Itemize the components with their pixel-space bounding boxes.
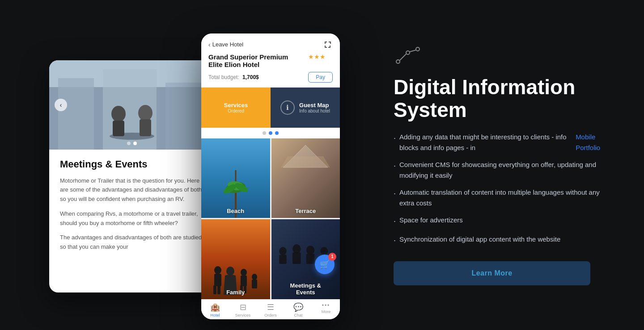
mobile-portfolio-link[interactable]: Mobile Portfolio <box>576 132 608 153</box>
svg-point-8 <box>138 105 153 121</box>
phone-services-row: Services Ordered ℹ Guest Map Info about … <box>201 88 340 128</box>
phone-nav-chat[interactable]: 💬 Chat <box>284 302 312 317</box>
bullet-item-2: Convenient CMS for showcasing everything… <box>394 159 608 181</box>
back-card-dots <box>127 142 137 145</box>
svg-point-37 <box>406 51 410 54</box>
phone-guestmap-sub: Info about hotel <box>299 109 330 113</box>
phone-carousel-dot-2[interactable] <box>269 131 272 135</box>
more-nav-icon: ••• <box>322 302 330 309</box>
phone-tile-terrace[interactable]: Terrace <box>271 138 340 218</box>
svg-rect-23 <box>241 276 247 286</box>
back-card-image: ‹ <box>49 60 215 150</box>
phone-services-tile[interactable]: Services Ordered <box>201 88 271 128</box>
svg-point-30 <box>292 244 301 253</box>
bullet-list: Adding any data that might be interestin… <box>394 132 608 247</box>
svg-rect-20 <box>217 285 220 294</box>
bullet-item-1: Adding any data that might be interestin… <box>394 132 608 153</box>
phone-nav-more[interactable]: ••• More <box>312 302 340 317</box>
phone-nav-orders-label: Orders <box>264 313 277 317</box>
main-title: Digital Information System <box>394 76 608 121</box>
back-card: ‹ Meetings & Events Motorhome or Trailer… <box>49 60 215 292</box>
phone-grid: Beach Terrace <box>201 138 340 299</box>
phone-top-bar: ‹ Leave Hotel ★★★ Grand Superior Premium… <box>201 33 340 88</box>
phone-guestmap-title: Guest Map <box>299 102 330 109</box>
phone-carousel-dot-3[interactable] <box>275 131 279 135</box>
back-chevron-icon: ‹ <box>208 41 211 48</box>
phone-stars: ★★★ <box>308 53 326 60</box>
svg-rect-19 <box>213 285 216 294</box>
phone-tile-beach[interactable]: Beach <box>201 138 270 218</box>
svg-point-17 <box>214 266 221 274</box>
phone-tile-meetings-label: Meetings & Events <box>287 279 325 299</box>
back-card-text-1: Motorhome or Trailer that is the questio… <box>60 176 204 204</box>
svg-point-34 <box>320 247 327 255</box>
right-section: Digital Information System Adding any da… <box>376 45 608 285</box>
page-container: ‹ Meetings & Events Motorhome or Trailer… <box>0 0 644 330</box>
svg-rect-31 <box>292 252 301 264</box>
expand-icon[interactable] <box>323 40 333 50</box>
svg-rect-33 <box>306 254 314 264</box>
svg-rect-9 <box>140 119 151 136</box>
phone-services-sub: Ordered <box>228 109 244 113</box>
phone-nav-more-label: More <box>322 309 331 314</box>
phones-section: ‹ Meetings & Events Motorhome or Trailer… <box>36 20 349 310</box>
bullet-item-3: Automatic translation of content into mu… <box>394 187 608 209</box>
phone-nav-hotel[interactable]: 🏨 Hotel <box>201 302 229 317</box>
hotel-nav-icon: 🏨 <box>210 302 220 312</box>
phone-carousel-dots <box>201 128 340 138</box>
svg-point-32 <box>306 246 314 255</box>
phone-nav-orders[interactable]: ☰ Orders <box>257 302 284 317</box>
info-icon: ℹ <box>280 100 295 115</box>
phone-guestmap-tile[interactable]: ℹ Guest Map Info about hotel <box>271 88 340 128</box>
graph-icon-container <box>394 45 608 69</box>
phone-nav-chat-label: Chat <box>294 313 302 317</box>
phone-bottom-nav: 🏨 Hotel ⊟ Services ☰ Orders 💬 Chat ••• <box>201 299 340 319</box>
phone-tile-terrace-label: Terrace <box>292 204 319 218</box>
back-card-nav-left[interactable]: ‹ <box>55 99 67 111</box>
orders-nav-icon: ☰ <box>267 302 274 312</box>
svg-point-21 <box>226 267 234 276</box>
svg-point-6 <box>111 106 126 122</box>
svg-rect-27 <box>252 280 257 288</box>
phone-back-button[interactable]: ‹ Leave Hotel <box>208 41 243 48</box>
phone-tile-family-label: Family <box>223 285 248 299</box>
svg-rect-18 <box>214 274 221 286</box>
phone-budget-row: Total budget: 1,700$ Pay <box>208 72 333 83</box>
phone-nav-services-label: Services <box>235 313 251 317</box>
svg-rect-7 <box>113 121 124 136</box>
svg-marker-16 <box>281 156 330 167</box>
phone-back-label: Leave Hotel <box>212 41 243 48</box>
phone-carousel-dot-1[interactable] <box>263 131 266 135</box>
services-nav-icon: ⊟ <box>240 302 246 312</box>
phone-nav-services[interactable]: ⊟ Services <box>229 302 257 317</box>
back-card-text-2: When comparing Rvs, a motorhome or a tra… <box>60 209 204 228</box>
svg-rect-2 <box>58 78 94 150</box>
front-card: ‹ Leave Hotel ★★★ Grand Superior Premium… <box>201 33 340 319</box>
back-card-text-3: The advantages and disadvantages of both… <box>60 233 204 252</box>
phone-tile-beach-label: Beach <box>223 204 248 218</box>
phone-pay-button[interactable]: Pay <box>308 72 333 83</box>
phone-budget-label: Total budget: 1,700$ <box>208 74 259 80</box>
phone-guestmap-text: Guest Map Info about hotel <box>299 102 330 113</box>
back-card-content: Meetings & Events Motorhome or Trailer t… <box>49 150 215 267</box>
phone-nav: ‹ Leave Hotel ★★★ <box>208 40 333 50</box>
svg-point-22 <box>241 269 247 276</box>
graph-icon <box>394 45 425 67</box>
svg-point-36 <box>396 60 400 63</box>
phone-budget-amount: 1,700$ <box>242 74 259 80</box>
phone-cart-badge: 1 <box>328 253 336 261</box>
svg-rect-29 <box>279 255 286 263</box>
phone-tile-family[interactable]: Family <box>201 219 270 299</box>
svg-point-38 <box>416 47 419 51</box>
phone-services-label: Services <box>224 102 248 109</box>
phone-nav-hotel-label: Hotel <box>210 313 220 317</box>
back-card-title: Meetings & Events <box>60 159 204 170</box>
learn-more-button[interactable]: Learn More <box>394 261 590 285</box>
svg-point-28 <box>279 247 286 255</box>
bullet-item-4: Space for advertizers <box>394 215 608 228</box>
svg-point-26 <box>252 274 257 280</box>
phone-cart-button[interactable]: 🛒 1 <box>315 255 335 274</box>
back-card-dot-1 <box>127 142 131 145</box>
chat-nav-icon: 💬 <box>293 302 303 312</box>
back-card-dot-2 <box>133 142 137 145</box>
